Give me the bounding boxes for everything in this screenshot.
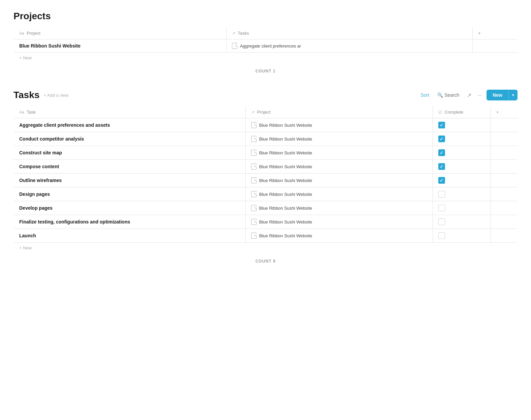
projects-col-add[interactable]: + bbox=[473, 27, 518, 39]
tasks-table: Aa Task ↗ Project ☑ Complete + Aggregate… bbox=[13, 106, 518, 253]
more-options-button[interactable]: ··· bbox=[476, 90, 484, 100]
task-complete-cell[interactable] bbox=[433, 229, 491, 243]
task-row: Conduct competitor analysis Blue Ribbon … bbox=[14, 132, 518, 146]
task-project-cell[interactable]: Blue Ribbon Sushi Website bbox=[245, 187, 433, 201]
checkbox-checked[interactable] bbox=[438, 163, 445, 170]
projects-col-tasks: ↗ Tasks bbox=[226, 27, 472, 39]
project-tasks-cell[interactable]: Aggregate client preferences ar bbox=[226, 39, 472, 53]
projects-new-row[interactable]: + New bbox=[14, 53, 518, 63]
task-project-name: Blue Ribbon Sushi Website bbox=[259, 219, 312, 224]
tasks-new-row[interactable]: + New bbox=[14, 243, 518, 253]
doc-icon bbox=[251, 219, 257, 225]
project-add-col bbox=[473, 39, 518, 53]
task-name-label: Compose content bbox=[19, 164, 59, 169]
tasks-col-project: ↗ Project bbox=[245, 106, 433, 118]
task-complete-cell[interactable] bbox=[433, 201, 491, 215]
doc-icon bbox=[251, 233, 257, 239]
task-row: Finalize testing, configurations and opt… bbox=[14, 215, 518, 229]
task-project-cell[interactable]: Blue Ribbon Sushi Website bbox=[245, 146, 433, 160]
task-complete-cell[interactable] bbox=[433, 160, 491, 174]
task-add-col bbox=[491, 160, 517, 174]
checkbox-checked[interactable] bbox=[438, 122, 445, 128]
project-row: Blue Ribbon Sushi Website Aggregate clie… bbox=[14, 39, 518, 53]
task-project-name: Blue Ribbon Sushi Website bbox=[259, 123, 312, 128]
task-name-cell[interactable]: Launch bbox=[14, 229, 246, 243]
task-complete-cell[interactable] bbox=[433, 174, 491, 187]
task-complete-cell[interactable] bbox=[433, 118, 491, 132]
task-project-cell[interactable]: Blue Ribbon Sushi Website bbox=[245, 174, 433, 187]
task-name-label: Construct site map bbox=[19, 150, 62, 155]
task-project-cell[interactable]: Blue Ribbon Sushi Website bbox=[245, 201, 433, 215]
task-row: Construct site map Blue Ribbon Sushi Web… bbox=[14, 146, 518, 160]
task-row: Design pages Blue Ribbon Sushi Website bbox=[14, 187, 518, 201]
tasks-col-add[interactable]: + bbox=[491, 106, 517, 118]
doc-icon bbox=[251, 150, 257, 156]
task-name-cell[interactable]: Construct site map bbox=[14, 146, 246, 160]
tasks-col-complete: ☑ Complete bbox=[433, 106, 491, 118]
checkbox-checked[interactable] bbox=[438, 149, 445, 156]
doc-icon bbox=[251, 136, 257, 142]
task-add-col bbox=[491, 132, 517, 146]
task-project-name: Blue Ribbon Sushi Website bbox=[259, 206, 312, 211]
arrow-icon-proj: ↗ bbox=[251, 110, 255, 115]
projects-new-label[interactable]: + New bbox=[14, 53, 518, 63]
add-view-button[interactable]: + Add a view bbox=[43, 93, 68, 98]
doc-icon bbox=[251, 122, 257, 128]
new-main-button[interactable]: New bbox=[486, 90, 508, 100]
tasks-count: COUNT 9 bbox=[13, 253, 518, 269]
task-add-col bbox=[491, 118, 517, 132]
sort-button[interactable]: Sort bbox=[418, 90, 432, 100]
expand-icon: ↗ bbox=[467, 92, 471, 98]
task-project-name: Blue Ribbon Sushi Website bbox=[259, 178, 312, 183]
task-name-cell[interactable]: Outline wireframes bbox=[14, 174, 246, 187]
task-complete-cell[interactable] bbox=[433, 132, 491, 146]
tasks-title: Tasks bbox=[13, 90, 39, 100]
task-name-cell[interactable]: Finalize testing, configurations and opt… bbox=[14, 215, 246, 229]
search-icon: 🔍 bbox=[437, 92, 443, 98]
task-project-name: Blue Ribbon Sushi Website bbox=[259, 150, 312, 155]
checkbox-empty[interactable] bbox=[438, 232, 445, 239]
checkbox-empty[interactable] bbox=[438, 205, 445, 211]
checkbox-empty[interactable] bbox=[438, 218, 445, 225]
task-name-cell[interactable]: Design pages bbox=[14, 187, 246, 201]
task-complete-cell[interactable] bbox=[433, 146, 491, 160]
task-project-cell[interactable]: Blue Ribbon Sushi Website bbox=[245, 215, 433, 229]
task-name-cell[interactable]: Conduct competitor analysis bbox=[14, 132, 246, 146]
doc-icon bbox=[251, 177, 257, 183]
tasks-header: Tasks + Add a view Sort 🔍 Search ↗ ··· N… bbox=[13, 90, 518, 100]
task-project-cell[interactable]: Blue Ribbon Sushi Website bbox=[245, 118, 433, 132]
expand-button[interactable]: ↗ bbox=[465, 90, 473, 100]
project-name-cell[interactable]: Blue Ribbon Sushi Website bbox=[14, 39, 227, 53]
task-complete-cell[interactable] bbox=[433, 215, 491, 229]
task-project-name: Blue Ribbon Sushi Website bbox=[259, 233, 312, 238]
task-name-cell[interactable]: Compose content bbox=[14, 160, 246, 174]
tasks-col-task: Aa Task bbox=[14, 106, 246, 118]
task-complete-cell[interactable] bbox=[433, 187, 491, 201]
task-add-col bbox=[491, 146, 517, 160]
projects-title: Projects bbox=[13, 11, 518, 22]
text-icon-task: Aa bbox=[19, 110, 24, 115]
task-project-cell[interactable]: Blue Ribbon Sushi Website bbox=[245, 132, 433, 146]
new-button-group: New ▾ bbox=[486, 90, 518, 100]
search-button[interactable]: 🔍 Search bbox=[435, 90, 462, 100]
task-project-cell[interactable]: Blue Ribbon Sushi Website bbox=[245, 229, 433, 243]
checkbox-header-icon: ☑ bbox=[438, 110, 442, 115]
tasks-toolbar: Sort 🔍 Search ↗ ··· New ▾ bbox=[418, 90, 518, 100]
projects-col-project: Aa Project bbox=[14, 27, 227, 39]
task-add-col bbox=[491, 229, 517, 243]
task-name-label: Develop pages bbox=[19, 205, 53, 211]
new-dropdown-button[interactable]: ▾ bbox=[508, 90, 518, 100]
doc-icon bbox=[251, 163, 257, 170]
ellipsis-icon: ··· bbox=[478, 92, 482, 98]
checkbox-empty[interactable] bbox=[438, 191, 445, 198]
task-name-cell[interactable]: Aggregate client preferences and assets bbox=[14, 118, 246, 132]
task-add-col bbox=[491, 187, 517, 201]
task-project-cell[interactable]: Blue Ribbon Sushi Website bbox=[245, 160, 433, 174]
checkbox-checked[interactable] bbox=[438, 177, 445, 184]
tasks-new-label[interactable]: + New bbox=[14, 243, 518, 253]
task-name-label: Conduct competitor analysis bbox=[19, 136, 84, 142]
task-row: Develop pages Blue Ribbon Sushi Website bbox=[14, 201, 518, 215]
doc-icon bbox=[251, 205, 257, 211]
task-name-cell[interactable]: Develop pages bbox=[14, 201, 246, 215]
checkbox-checked[interactable] bbox=[438, 136, 445, 142]
